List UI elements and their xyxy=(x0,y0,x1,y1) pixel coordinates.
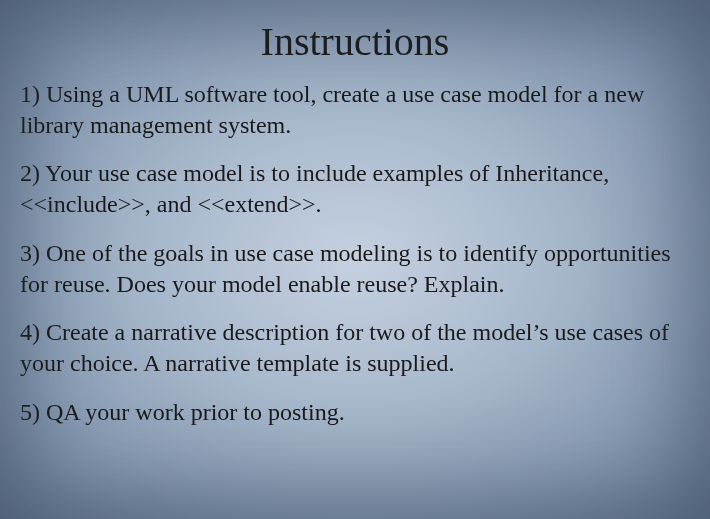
instruction-item: 3) One of the goals in use case modeling… xyxy=(20,238,690,299)
slide-title: Instructions xyxy=(20,18,690,65)
slide-container: Instructions 1) Using a UML software too… xyxy=(0,0,710,519)
instruction-item: 1) Using a UML software tool, create a u… xyxy=(20,79,690,140)
instruction-item: 5) QA your work prior to posting. xyxy=(20,397,690,428)
instruction-item: 2) Your use case model is to include exa… xyxy=(20,158,690,219)
instruction-list: 1) Using a UML software tool, create a u… xyxy=(20,79,690,427)
instruction-item: 4) Create a narrative description for tw… xyxy=(20,317,690,378)
